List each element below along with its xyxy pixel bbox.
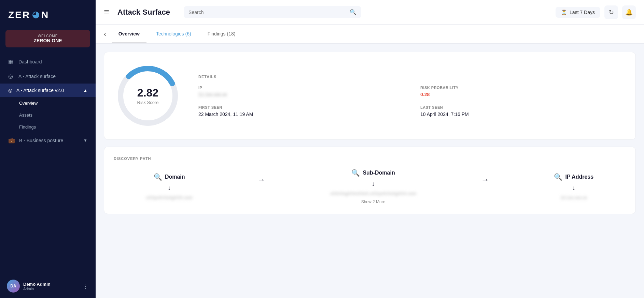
welcome-name: ZERON ONE (11, 38, 85, 43)
ip-address-value: 13.1xx.xxx.xx (560, 195, 587, 200)
first-seen-label: FIRST SEEN (198, 105, 404, 109)
bell-icon: 🔔 (625, 9, 633, 16)
details-title: DETAILS (198, 75, 626, 79)
detail-risk-prob: RISK PROBABILITY 0.28 (420, 86, 626, 97)
user-role: Admin (23, 287, 79, 291)
tabs-bar: ‹ Overview Technologies (6) Findings (18… (96, 25, 644, 44)
sidebar-footer: DA Demo Admin Admin ⋮ (0, 274, 96, 298)
refresh-button[interactable]: ↻ (604, 5, 618, 19)
overview-label: Overview (19, 101, 38, 106)
business-posture-icon: 💼 (8, 137, 15, 144)
subdomain-arrow-down: ↓ (372, 180, 375, 188)
findings-label: Findings (19, 124, 36, 130)
sidebar-item-attack-surface-v2[interactable]: ◎ A - Attack surface v2.0 ▲ (0, 84, 96, 97)
logo-circle (32, 12, 39, 18)
notifications-button[interactable]: 🔔 (622, 5, 636, 19)
sidebar-item-label: Dashboard (18, 59, 42, 64)
sidebar-item-attack-surface-v2-group: ◎ A - Attack surface v2.0 ▲ Overview Ass… (0, 84, 96, 133)
subdomain-icon: 🔍 (351, 169, 360, 177)
sidebar-item-dashboard[interactable]: ▦ Dashboard (0, 54, 96, 69)
risk-score-value: 2.82 (137, 87, 159, 99)
risk-score-label: Risk Score (137, 100, 159, 105)
sidebar: ZERN WELCOME ZERON ONE ▦ Dashboard ◎ A -… (0, 0, 96, 298)
page-title: Attack Surface (117, 8, 170, 17)
details-panel: DETAILS IP 11.1xx.xxx.xx RISK PROBABILIT… (198, 75, 626, 117)
back-button[interactable]: ‹ (104, 25, 106, 43)
user-name: Demo Admin (23, 282, 79, 287)
welcome-label: WELCOME (11, 34, 85, 38)
refresh-icon: ↻ (609, 9, 614, 16)
ip-address-icon: 🔍 (554, 173, 562, 181)
ip-arrow-down: ↓ (572, 184, 575, 192)
ip-address-header: 🔍 IP Address (554, 173, 593, 181)
logo: ZERN (0, 0, 96, 27)
chevron-down-icon: ▼ (83, 138, 87, 143)
attack-surface-icon: ◎ (8, 73, 14, 79)
path-node-domain: 🔍 Domain ↓ xXXyoXrXsXgXXX.com (146, 173, 193, 200)
details-grid: IP 11.1xx.xxx.xx RISK PROBABILITY 0.28 F… (198, 86, 626, 117)
ip-address-label: IP Address (565, 174, 593, 180)
risk-prob-value: 0.28 (420, 92, 626, 97)
sidebar-item-overview[interactable]: Overview (0, 97, 96, 109)
detail-ip: IP 11.1xx.xxx.xx (198, 86, 404, 97)
content-body: 2.82 Risk Score DETAILS IP 11.1xx.xxx.xx… (96, 44, 644, 222)
search-bar[interactable]: 🔍 (184, 6, 361, 18)
discovery-path-card: DISCOVERY PATH 🔍 Domain ↓ xXXyoXrXsXgXXX… (104, 147, 636, 214)
path-node-ip-address: 🔍 IP Address ↓ 13.1xx.xxx.xx (554, 173, 593, 200)
tab-findings-label: Findings (18) (208, 31, 236, 36)
attack-surface-v2-icon: ◎ (8, 88, 12, 93)
sidebar-item-attack-surface[interactable]: ◎ A - Attack surface (0, 69, 96, 84)
tab-findings[interactable]: Findings (18) (201, 25, 242, 43)
header-right: ⏳ Last 7 Days ↻ 🔔 (556, 5, 636, 19)
tab-technologies-label: Technologies (6) (156, 31, 191, 36)
time-filter[interactable]: ⏳ Last 7 Days (556, 7, 600, 18)
more-options-button[interactable]: ⋮ (83, 282, 89, 290)
tab-technologies[interactable]: Technologies (6) (149, 25, 198, 43)
connector-1: → (257, 175, 265, 184)
subdomain-label: Sub-Domain (363, 170, 395, 176)
path-node-subdomain: 🔍 Sub-Domain ↓ xXXrXngXXmXXeX.xXXyoXrXsX… (330, 169, 416, 204)
gauge-text: 2.82 Risk Score (137, 87, 159, 105)
time-filter-label: Last 7 Days (570, 10, 595, 15)
domain-header: 🔍 Domain (154, 173, 185, 181)
detail-first-seen: FIRST SEEN 22 March 2024, 11:19 AM (198, 105, 404, 117)
domain-arrow-down: ↓ (168, 184, 171, 192)
time-filter-icon: ⏳ (561, 10, 567, 15)
header: ☰ Attack Surface 🔍 ⏳ Last 7 Days ↻ 🔔 (96, 0, 644, 25)
connector-2: → (481, 175, 489, 184)
tab-overview[interactable]: Overview (112, 25, 146, 43)
ip-label: IP (198, 86, 404, 90)
subdomain-header: 🔍 Sub-Domain (351, 169, 395, 177)
discovery-path: 🔍 Domain ↓ xXXyoXrXsXgXXX.com → 🔍 Sub-Do… (114, 169, 626, 204)
content-area: 2.82 Risk Score DETAILS IP 11.1xx.xxx.xx… (96, 44, 644, 298)
search-input[interactable] (188, 10, 347, 15)
sidebar-nav: ▦ Dashboard ◎ A - Attack surface ◎ A - A… (0, 54, 96, 274)
sidebar-item-business-posture[interactable]: 💼 B - Business posture ▼ (0, 133, 96, 148)
welcome-card: WELCOME ZERON ONE (5, 30, 90, 47)
sidebar-item-label: A - Attack surface (18, 74, 56, 79)
sidebar-item-assets[interactable]: Assets (0, 109, 96, 121)
domain-value: xXXyoXrXsXgXXX.com (146, 195, 193, 200)
main-content: ☰ Attack Surface 🔍 ⏳ Last 7 Days ↻ 🔔 ‹ O… (96, 0, 644, 298)
risk-prob-label: RISK PROBABILITY (420, 86, 626, 90)
menu-icon[interactable]: ☰ (104, 9, 109, 16)
avatar: DA (7, 280, 20, 293)
detail-last-seen: LAST SEEN 10 April 2024, 7:16 PM (420, 105, 626, 117)
assets-label: Assets (19, 113, 32, 118)
ip-value: 11.1xx.xxx.xx (198, 92, 404, 97)
domain-label: Domain (165, 174, 185, 180)
dashboard-icon: ▦ (8, 58, 14, 65)
domain-icon: 🔍 (154, 173, 162, 181)
last-seen-value: 10 April 2024, 7:16 PM (420, 111, 626, 117)
sidebar-group-label: A - Attack surface v2.0 (16, 88, 64, 93)
first-seen-value: 22 March 2024, 11:19 AM (198, 111, 404, 117)
subdomain-value: xXXrXngXXmXXeX.xXXyoXrXsXgXXX.com (330, 191, 416, 196)
tab-overview-label: Overview (118, 31, 140, 36)
sidebar-item-findings[interactable]: Findings (0, 121, 96, 133)
sidebar-item-label: B - Business posture (19, 138, 63, 143)
search-icon: 🔍 (350, 9, 356, 15)
chevron-up-icon: ▲ (83, 88, 87, 93)
show-more-button[interactable]: Show 2 More (361, 199, 386, 204)
risk-score-card: 2.82 Risk Score DETAILS IP 11.1xx.xxx.xx… (104, 52, 636, 140)
last-seen-label: LAST SEEN (420, 105, 626, 109)
